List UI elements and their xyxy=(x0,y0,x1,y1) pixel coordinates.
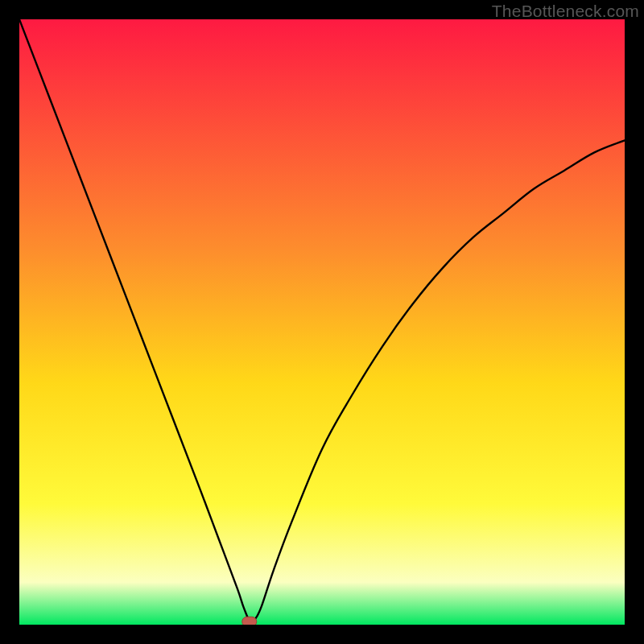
optimal-point-marker xyxy=(242,617,257,625)
chart-frame xyxy=(19,19,625,625)
watermark-text: TheBottleneck.com xyxy=(492,2,639,21)
bottleneck-chart xyxy=(19,19,625,625)
gradient-background xyxy=(19,19,625,625)
